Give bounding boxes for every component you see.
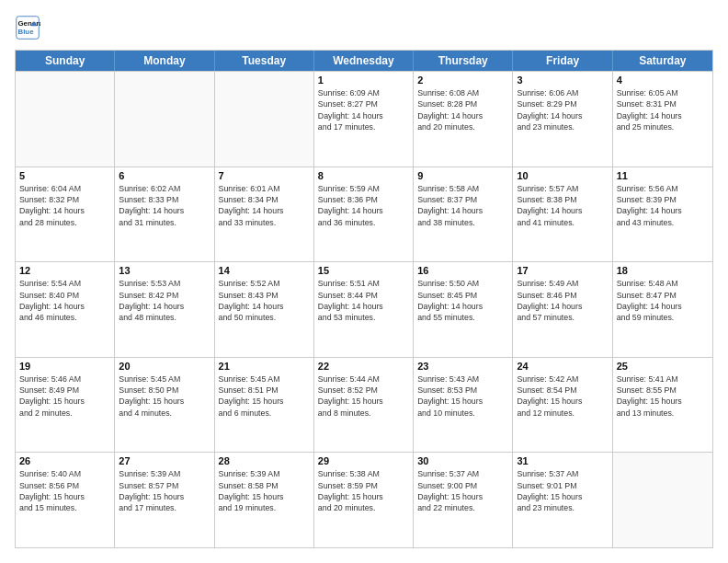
day-number: 16 [417,265,508,276]
header-day-tuesday: Tuesday [215,51,314,71]
day-number: 31 [517,455,608,466]
day-cell-21: 21Sunrise: 5:45 AMSunset: 8:51 PMDayligh… [215,358,314,453]
day-info: Sunrise: 6:08 AMSunset: 8:28 PMDaylight:… [417,87,508,132]
day-number: 25 [617,361,709,372]
day-number: 7 [219,170,310,181]
svg-text:General: General [18,19,41,28]
day-number: 11 [617,170,709,181]
day-cell-10: 10Sunrise: 5:57 AMSunset: 8:38 PMDayligh… [513,167,612,262]
svg-text:Blue: Blue [18,28,35,36]
day-number: 18 [617,265,709,276]
day-cell-25: 25Sunrise: 5:41 AMSunset: 8:55 PMDayligh… [613,358,712,453]
calendar-week-1: 1Sunrise: 6:09 AMSunset: 8:27 PMDaylight… [16,71,712,167]
header-day-saturday: Saturday [613,51,712,71]
day-cell-24: 24Sunrise: 5:42 AMSunset: 8:54 PMDayligh… [513,358,612,453]
empty-cell [613,453,712,547]
logo-icon: General Blue [15,15,40,40]
calendar-week-3: 12Sunrise: 5:54 AMSunset: 8:40 PMDayligh… [16,261,712,357]
day-info: Sunrise: 5:53 AMSunset: 8:42 PMDaylight:… [119,278,210,323]
day-number: 21 [219,361,310,372]
day-cell-7: 7Sunrise: 6:01 AMSunset: 8:34 PMDaylight… [215,167,314,262]
day-cell-29: 29Sunrise: 5:38 AMSunset: 8:59 PMDayligh… [314,453,414,547]
day-cell-19: 19Sunrise: 5:46 AMSunset: 8:49 PMDayligh… [16,358,115,453]
day-cell-20: 20Sunrise: 5:45 AMSunset: 8:50 PMDayligh… [115,358,214,453]
calendar-week-2: 5Sunrise: 6:04 AMSunset: 8:32 PMDaylight… [16,167,712,262]
day-cell-8: 8Sunrise: 5:59 AMSunset: 8:36 PMDaylight… [314,167,414,262]
day-number: 4 [617,75,709,86]
day-cell-11: 11Sunrise: 5:56 AMSunset: 8:39 PMDayligh… [613,167,712,262]
day-info: Sunrise: 6:06 AMSunset: 8:29 PMDaylight:… [517,87,608,132]
day-info: Sunrise: 5:51 AMSunset: 8:44 PMDaylight:… [318,278,409,323]
day-cell-23: 23Sunrise: 5:43 AMSunset: 8:53 PMDayligh… [414,358,513,453]
day-cell-1: 1Sunrise: 6:09 AMSunset: 8:27 PMDaylight… [314,72,414,167]
calendar-week-4: 19Sunrise: 5:46 AMSunset: 8:49 PMDayligh… [16,357,712,453]
header-day-friday: Friday [513,51,612,71]
calendar-header: SundayMondayTuesdayWednesdayThursdayFrid… [16,51,712,71]
day-info: Sunrise: 5:48 AMSunset: 8:47 PMDaylight:… [617,278,709,323]
day-info: Sunrise: 5:44 AMSunset: 8:52 PMDaylight:… [318,373,409,419]
day-cell-26: 26Sunrise: 5:40 AMSunset: 8:56 PMDayligh… [16,453,115,547]
day-info: Sunrise: 5:42 AMSunset: 8:54 PMDaylight:… [517,373,608,419]
day-info: Sunrise: 5:57 AMSunset: 8:38 PMDaylight:… [517,183,608,228]
day-cell-14: 14Sunrise: 5:52 AMSunset: 8:43 PMDayligh… [215,262,314,357]
day-number: 23 [417,361,508,372]
day-cell-12: 12Sunrise: 5:54 AMSunset: 8:40 PMDayligh… [16,262,115,357]
day-number: 9 [417,170,508,181]
day-number: 12 [19,265,110,276]
day-number: 17 [517,265,608,276]
day-info: Sunrise: 5:41 AMSunset: 8:55 PMDaylight:… [617,373,709,419]
day-number: 26 [19,455,110,466]
day-cell-15: 15Sunrise: 5:51 AMSunset: 8:44 PMDayligh… [314,262,414,357]
page: General Blue SundayMondayTuesdayWednesda… [0,0,728,563]
day-number: 15 [318,265,409,276]
day-info: Sunrise: 5:52 AMSunset: 8:43 PMDaylight:… [219,278,310,323]
header-day-thursday: Thursday [414,51,513,71]
day-cell-30: 30Sunrise: 5:37 AMSunset: 9:00 PMDayligh… [414,453,513,547]
calendar: SundayMondayTuesdayWednesdayThursdayFrid… [15,50,713,548]
day-number: 29 [318,455,409,466]
day-number: 2 [417,75,508,86]
header: General Blue [15,15,713,40]
day-cell-28: 28Sunrise: 5:39 AMSunset: 8:58 PMDayligh… [215,453,314,547]
day-number: 10 [517,170,608,181]
header-day-wednesday: Wednesday [314,51,414,71]
day-cell-6: 6Sunrise: 6:02 AMSunset: 8:33 PMDaylight… [115,167,214,262]
day-number: 30 [417,455,508,466]
day-info: Sunrise: 5:39 AMSunset: 8:58 PMDaylight:… [219,468,310,513]
day-info: Sunrise: 5:46 AMSunset: 8:49 PMDaylight:… [19,373,110,419]
day-number: 28 [219,455,310,466]
day-info: Sunrise: 5:58 AMSunset: 8:37 PMDaylight:… [417,183,508,228]
day-cell-31: 31Sunrise: 5:37 AMSunset: 9:01 PMDayligh… [513,453,612,547]
day-info: Sunrise: 5:40 AMSunset: 8:56 PMDaylight:… [19,468,110,513]
day-info: Sunrise: 5:49 AMSunset: 8:46 PMDaylight:… [517,278,608,323]
day-info: Sunrise: 5:43 AMSunset: 8:53 PMDaylight:… [417,373,508,419]
day-info: Sunrise: 5:54 AMSunset: 8:40 PMDaylight:… [19,278,110,323]
day-info: Sunrise: 6:01 AMSunset: 8:34 PMDaylight:… [219,183,310,228]
day-info: Sunrise: 5:59 AMSunset: 8:36 PMDaylight:… [318,183,409,228]
day-info: Sunrise: 5:38 AMSunset: 8:59 PMDaylight:… [318,468,409,513]
day-number: 3 [517,75,608,86]
day-number: 22 [318,361,409,372]
day-number: 13 [119,265,210,276]
calendar-body: 1Sunrise: 6:09 AMSunset: 8:27 PMDaylight… [16,71,712,547]
day-number: 19 [19,361,110,372]
day-info: Sunrise: 6:09 AMSunset: 8:27 PMDaylight:… [318,87,409,132]
day-number: 5 [19,170,110,181]
day-cell-17: 17Sunrise: 5:49 AMSunset: 8:46 PMDayligh… [513,262,612,357]
day-cell-27: 27Sunrise: 5:39 AMSunset: 8:57 PMDayligh… [115,453,214,547]
empty-cell [115,72,214,167]
day-number: 24 [517,361,608,372]
day-info: Sunrise: 5:56 AMSunset: 8:39 PMDaylight:… [617,183,709,228]
day-number: 27 [119,455,210,466]
day-info: Sunrise: 6:02 AMSunset: 8:33 PMDaylight:… [119,183,210,228]
day-info: Sunrise: 5:37 AMSunset: 9:00 PMDaylight:… [417,468,508,513]
day-number: 8 [318,170,409,181]
empty-cell [215,72,314,167]
calendar-week-5: 26Sunrise: 5:40 AMSunset: 8:56 PMDayligh… [16,452,712,547]
day-info: Sunrise: 5:45 AMSunset: 8:51 PMDaylight:… [219,373,310,419]
day-info: Sunrise: 6:05 AMSunset: 8:31 PMDaylight:… [617,87,709,132]
day-info: Sunrise: 6:04 AMSunset: 8:32 PMDaylight:… [19,183,110,228]
day-cell-3: 3Sunrise: 6:06 AMSunset: 8:29 PMDaylight… [513,72,612,167]
day-number: 1 [318,75,409,86]
empty-cell [16,72,115,167]
